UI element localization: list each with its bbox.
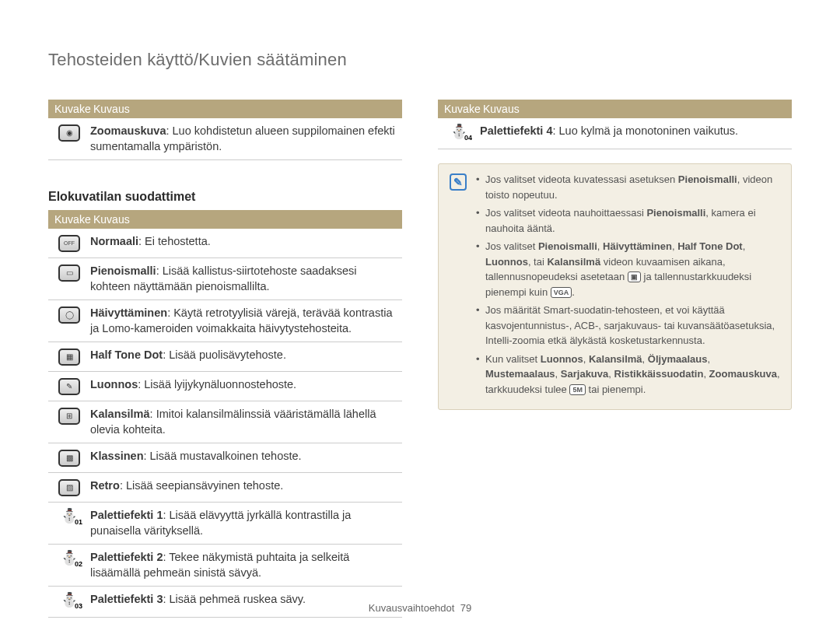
right-column: Kuvake Kuvaus ⛄ Palettiefekti 4: Luo kyl… bbox=[438, 100, 792, 618]
rec-speed-icon: ▣ bbox=[628, 271, 641, 282]
note-item: Jos määrität Smart-suodatin-tehosteen, e… bbox=[476, 303, 782, 349]
halftone-icon: ▦ bbox=[58, 349, 80, 366]
table-row: ✎ Luonnos: Lisää lyijykynäluonnostehoste… bbox=[48, 372, 402, 401]
th-icon: Kuvake bbox=[438, 103, 480, 115]
normal-icon: OFF bbox=[58, 235, 80, 252]
vga-icon: VGA bbox=[551, 287, 572, 298]
effect-desc: Häivyttäminen: Käytä retrotyylisiä värej… bbox=[90, 305, 402, 336]
note-item: Jos valitset videota nauhoittaessasi Pie… bbox=[476, 205, 782, 236]
note-box: ✎ Jos valitset videota kuvatessasi asetu… bbox=[438, 163, 792, 410]
zoom-picture-icon: ◉ bbox=[58, 124, 80, 142]
effect-desc: Palettiefekti 4: Luo kylmä ja monotonine… bbox=[480, 123, 792, 143]
effect-desc: Half Tone Dot: Lisää puolisävytehoste. bbox=[90, 347, 402, 366]
footer-label: Kuvausvaihtoehdot bbox=[369, 602, 455, 614]
table-row: ▭ Pienoismalli: Lisää kallistus-siirtote… bbox=[48, 258, 402, 300]
5m-icon: 5M bbox=[569, 384, 586, 395]
table-row: OFF Normaali: Ei tehostetta. bbox=[48, 229, 402, 258]
table-row: ⛄ Palettiefekti 4: Luo kylmä ja monotoni… bbox=[438, 118, 792, 149]
table-row: ⛄ Palettiefekti 2: Tekee näkymistä puhta… bbox=[48, 545, 402, 587]
note-list: Jos valitset videota kuvatessasi asetuks… bbox=[476, 172, 782, 400]
th-icon: Kuvake bbox=[48, 213, 90, 226]
effect-desc: Pienoismalli: Lisää kallistus-siirtoteho… bbox=[90, 263, 402, 294]
note-icon: ✎ bbox=[450, 173, 467, 191]
effect-desc: Palettiefekti 1: Lisää elävyyttä jyrkäll… bbox=[90, 507, 402, 538]
left-column: Kuvake Kuvaus ◉ Zoomauskuva: Luo kohdist… bbox=[48, 100, 402, 618]
effect-desc: Klassinen: Lisää mustavalkoinen tehoste. bbox=[90, 448, 402, 467]
effect-desc: Palettiefekti 2: Tekee näkymistä puhtait… bbox=[90, 549, 402, 580]
note-item: Jos valitset Pienoismalli, Häivyttäminen… bbox=[476, 239, 782, 299]
fisheye-icon: ⊞ bbox=[58, 408, 80, 425]
page-footer: Kuvausvaihtoehdot 79 bbox=[0, 602, 840, 614]
table-row: ◉ Zoomauskuva: Luo kohdistetun alueen su… bbox=[48, 118, 402, 160]
effect-desc: Luonnos: Lisää lyijykynäluonnostehoste. bbox=[90, 377, 402, 395]
table-header: Kuvake Kuvaus bbox=[438, 100, 792, 118]
table-row: ▦ Half Tone Dot: Lisää puolisävytehoste. bbox=[48, 342, 402, 372]
th-desc: Kuvaus bbox=[90, 103, 402, 115]
effect-icon: ◉ bbox=[48, 123, 90, 154]
table-row: ⊞ Kalansilmä: Imitoi kalansilmälinssiä v… bbox=[48, 401, 402, 443]
effect-desc: Retro: Lisää seepiansävyinen tehoste. bbox=[90, 478, 402, 496]
page-number: 79 bbox=[460, 602, 471, 614]
th-icon: Kuvake bbox=[48, 103, 90, 115]
page-title: Tehosteiden käyttö/Kuvien säätäminen bbox=[48, 50, 792, 70]
classic-icon: ▩ bbox=[58, 450, 80, 467]
miniature-icon: ▭ bbox=[58, 264, 80, 282]
th-desc: Kuvaus bbox=[480, 103, 792, 115]
note-item: Jos valitset videota kuvatessasi asetuks… bbox=[476, 172, 782, 202]
palette2-icon: ⛄ bbox=[61, 551, 78, 569]
sketch-icon: ✎ bbox=[58, 378, 80, 395]
th-desc: Kuvaus bbox=[90, 213, 402, 226]
table-header: Kuvake Kuvaus bbox=[48, 100, 402, 118]
table-row: ▨ Retro: Lisää seepiansävyinen tehoste. bbox=[48, 473, 402, 503]
palette1-icon: ⛄ bbox=[61, 509, 78, 527]
retro-icon: ▨ bbox=[58, 479, 80, 496]
effect-desc: Normaali: Ei tehostetta. bbox=[90, 233, 402, 252]
table-header: Kuvake Kuvaus bbox=[48, 210, 402, 229]
table-row: ▩ Klassinen: Lisää mustavalkoinen tehost… bbox=[48, 443, 402, 473]
table-row: ◯ Häivyttäminen: Käytä retrotyylisiä vär… bbox=[48, 300, 402, 342]
content-columns: Kuvake Kuvaus ◉ Zoomauskuva: Luo kohdist… bbox=[48, 100, 792, 618]
section-title: Elokuvatilan suodattimet bbox=[48, 190, 402, 204]
vignette-icon: ◯ bbox=[58, 306, 80, 324]
palette4-icon: ⛄ bbox=[450, 124, 467, 143]
effect-desc: Kalansilmä: Imitoi kalansilmälinssiä vää… bbox=[90, 406, 402, 437]
table-row: ⛄ Palettiefekti 1: Lisää elävyyttä jyrkä… bbox=[48, 503, 402, 545]
effect-desc: Zoomauskuva: Luo kohdistetun alueen supp… bbox=[90, 123, 402, 154]
note-item: Kun valitset Luonnos, Kalansilmä, Öljyma… bbox=[476, 352, 782, 398]
